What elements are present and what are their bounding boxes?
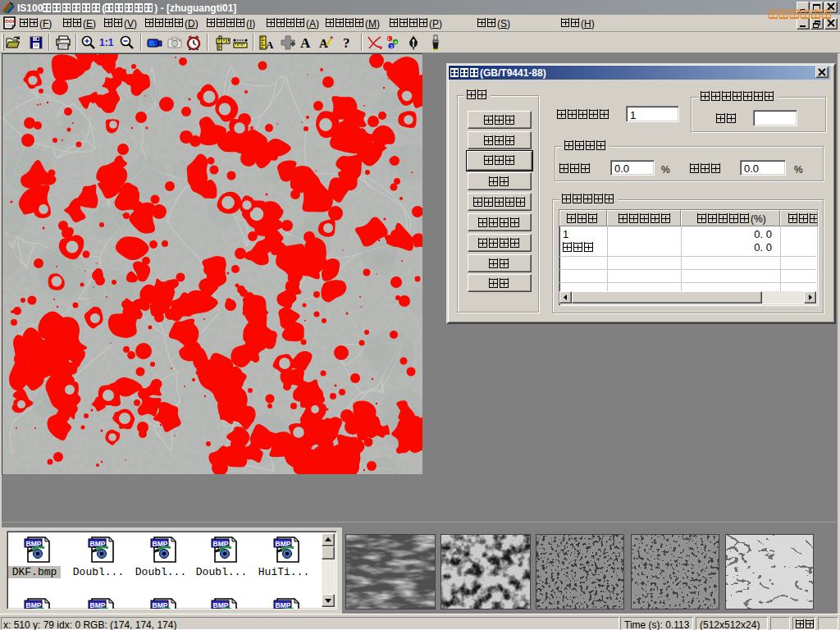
svg-text:A: A	[266, 39, 274, 51]
svg-text:A: A	[300, 35, 311, 51]
svg-text:1:1: 1:1	[99, 37, 114, 48]
svg-text:?: ?	[343, 35, 350, 51]
svg-text:DOC: DOC	[6, 19, 17, 24]
